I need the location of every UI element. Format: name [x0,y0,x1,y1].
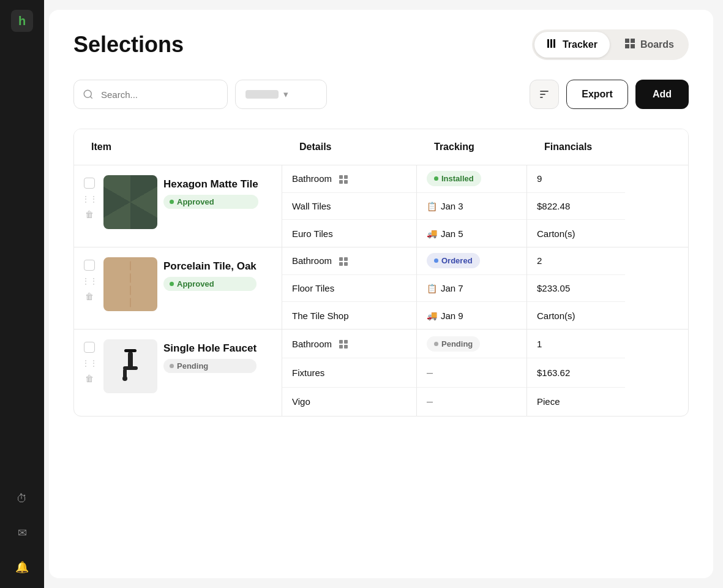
delete-icon[interactable]: 🗑 [85,209,94,219]
badge-dot [170,200,174,204]
export-button[interactable]: Export [566,80,628,109]
item-status-badge: Approved [163,195,258,209]
date-label: Jan 7 [441,283,463,293]
svg-rect-4 [631,39,635,43]
item-controls: ⋮⋮ 🗑 [81,339,97,383]
bell-icon[interactable]: 🔔 [11,556,33,578]
svg-rect-3 [625,39,629,43]
svg-rect-1 [550,39,552,48]
detail-text: Wall Tiles [292,201,331,211]
clock-icon[interactable]: ⏱ [11,488,33,510]
search-input[interactable] [73,80,228,109]
tracker-tab[interactable]: Tracker [534,32,610,58]
financial-subrow: Carton(s) [527,302,625,329]
tracker-label: Tracker [563,39,598,50]
financials-cell-hexagon: 9 $822.48 Carton(s) [527,165,625,247]
item-cell-faucet: ⋮⋮ 🗑 Single Hole Faucet [74,330,282,416]
svg-rect-14 [124,349,137,352]
financial-value: Piece [537,396,560,407]
drag-handle[interactable]: ⋮⋮ [81,277,97,285]
table-row: ⋮⋮ 🗑 Single Hole Faucet [74,330,688,416]
financial-subrow: 9 [527,165,625,193]
tracking-subrow: – [417,358,526,387]
financial-value: Carton(s) [537,311,575,321]
tracking-subrow: Pending [417,330,526,358]
grid-icon [337,339,348,349]
delete-icon[interactable]: 🗑 [85,374,94,383]
filter-dropdown[interactable]: ▾ [235,80,327,109]
delete-icon[interactable]: 🗑 [85,292,94,301]
item-cell-porcelain: ⋮⋮ 🗑 Porcelain Tile, Oak Approved [74,247,282,329]
sort-button[interactable] [530,80,559,109]
item-status-badge: Approved [163,277,257,291]
date-cell: 📋 Jan 3 [427,201,463,211]
tracking-subrow: 📋 Jan 7 [417,275,526,303]
col-header-tracking: Tracking [427,137,537,157]
truck-icon: 🚚 [427,311,437,320]
sidebar: h ⏱ ✉ 🔔 [0,0,44,588]
drag-handle[interactable]: ⋮⋮ [81,359,97,368]
financial-value: 1 [537,339,542,349]
dash: – [427,395,433,408]
date-cell: 🚚 Jan 5 [427,228,463,239]
drag-handle[interactable]: ⋮⋮ [81,195,97,203]
status-label: Ordered [441,256,473,265]
tracking-subrow: 🚚 Jan 5 [417,220,526,247]
svg-rect-6 [631,44,635,48]
status-badge-installed: Installed [427,171,481,186]
boards-tab[interactable]: Boards [612,32,686,58]
page-title: Selections [73,32,184,58]
app-logo[interactable]: h [11,10,33,32]
financial-subrow: $163.62 [527,358,625,387]
date-label: Jan 3 [441,201,463,211]
svg-point-13 [122,376,127,381]
item-name: Porcelain Tile, Oak [163,260,257,273]
col-header-item: Item [84,137,292,157]
row-checkbox[interactable] [84,178,95,189]
status-badge-pending: Pending [427,336,480,352]
item-name: Single Hole Faucet [163,342,257,355]
svg-rect-2 [553,39,555,48]
detail-text: Euro Tiles [292,228,333,239]
item-cell-hexagon: ⋮⋮ 🗑 Hexagon Matte Tile Approved [74,165,282,247]
item-info: Hexagon Matte Tile Approved [163,175,258,209]
page-header: Selections Tracker Boards [73,29,689,60]
financial-value: $163.62 [537,368,570,378]
table-header: Item Details Tracking Financials [74,129,688,165]
financial-subrow: $822.48 [527,193,625,221]
item-name: Hexagon Matte Tile [163,178,258,191]
item-status-badge: Pending [163,359,257,373]
tracking-subrow: Installed [417,165,526,193]
date-cell: 📋 Jan 7 [427,283,463,293]
financial-subrow: Piece [527,388,625,416]
detail-subrow: Bathroom [282,247,416,275]
financial-subrow: Carton(s) [527,220,625,247]
financial-subrow: 2 [527,247,625,275]
detail-subrow: Fixtures [282,358,416,387]
table-row: ⋮⋮ 🗑 Porcelain Tile, Oak Approved [74,247,688,330]
detail-subrow: Floor Tiles [282,275,416,303]
grid-icon [337,256,348,266]
tracking-cell-porcelain: Ordered 📋 Jan 7 🚚 Jan 9 [417,247,527,329]
detail-text: Bathroom [292,339,332,349]
item-image-faucet [103,339,157,393]
details-cell-hexagon: Bathroom Wall Tiles Euro Tiles [282,165,417,247]
add-button[interactable]: Add [635,80,689,109]
truck-icon: 🚚 [427,228,437,238]
detail-text: Fixtures [292,368,324,378]
svg-rect-0 [547,39,549,48]
detail-subrow: Bathroom [282,165,416,193]
sidebar-bottom-nav: ⏱ ✉ 🔔 [11,488,33,578]
item-info: Porcelain Tile, Oak Approved [163,257,257,291]
status-label: Pending [441,339,473,349]
financial-value: 9 [537,173,542,184]
item-image-hexagon [103,175,157,229]
toolbar: ▾ Export Add [73,80,689,109]
col-header-financials: Financials [537,137,635,157]
badge-label: Approved [177,279,214,288]
mail-icon[interactable]: ✉ [11,522,33,544]
item-image-porcelain [103,257,157,311]
row-checkbox[interactable] [84,342,95,353]
badge-label: Pending [177,361,208,371]
row-checkbox[interactable] [84,260,95,271]
